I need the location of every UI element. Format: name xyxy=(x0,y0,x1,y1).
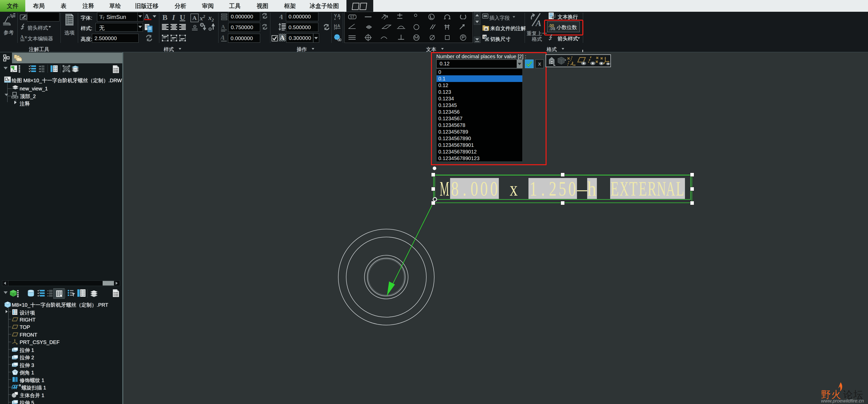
svg-text:A: A xyxy=(221,24,225,30)
svg-text:A: A xyxy=(279,13,285,20)
svg-text:A: A xyxy=(221,34,226,41)
svg-text:A: A xyxy=(280,34,285,41)
svg-text:A: A xyxy=(485,27,487,31)
svg-text:A: A xyxy=(337,13,341,19)
svg-text:Y: Y xyxy=(334,13,337,19)
svg-text:A: A xyxy=(20,34,24,40)
svg-text:T: T xyxy=(102,16,105,20)
svg-text:A: A xyxy=(337,24,340,28)
svg-text:A: A xyxy=(535,19,541,28)
svg-text:ST: ST xyxy=(350,15,354,19)
svg-text:A: A xyxy=(9,13,13,19)
